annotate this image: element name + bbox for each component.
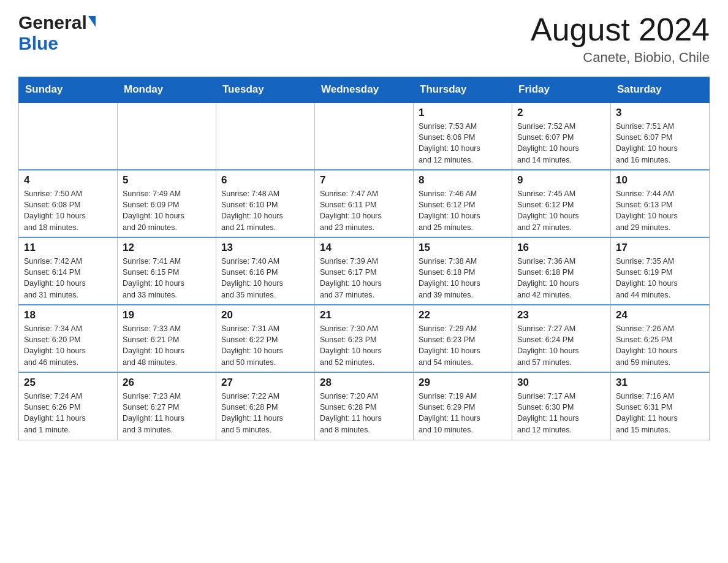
day-number: 6 <box>221 174 309 186</box>
day-number: 3 <box>616 107 704 119</box>
calendar-cell <box>19 102 118 170</box>
day-info: Sunrise: 7:39 AM Sunset: 6:17 PM Dayligh… <box>320 256 408 301</box>
calendar-cell: 14Sunrise: 7:39 AM Sunset: 6:17 PM Dayli… <box>315 237 414 305</box>
calendar-cell: 16Sunrise: 7:36 AM Sunset: 6:18 PM Dayli… <box>512 237 611 305</box>
day-info: Sunrise: 7:47 AM Sunset: 6:11 PM Dayligh… <box>320 188 408 233</box>
day-info: Sunrise: 7:22 AM Sunset: 6:28 PM Dayligh… <box>221 391 309 435</box>
day-number: 14 <box>320 242 408 254</box>
day-number: 25 <box>24 377 112 389</box>
weekday-header-row: SundayMondayTuesdayWednesdayThursdayFrid… <box>19 77 710 103</box>
day-info: Sunrise: 7:30 AM Sunset: 6:23 PM Dayligh… <box>320 323 408 368</box>
day-number: 8 <box>419 174 507 186</box>
calendar-cell: 13Sunrise: 7:40 AM Sunset: 6:16 PM Dayli… <box>216 237 315 305</box>
weekday-header-sunday: Sunday <box>19 77 118 103</box>
day-number: 15 <box>419 242 507 254</box>
calendar-title: August 2024 <box>531 12 710 47</box>
calendar-cell: 29Sunrise: 7:19 AM Sunset: 6:29 PM Dayli… <box>414 372 512 440</box>
day-number: 21 <box>320 309 408 321</box>
calendar-week-row: 4Sunrise: 7:50 AM Sunset: 6:08 PM Daylig… <box>19 170 710 237</box>
day-number: 7 <box>320 174 408 186</box>
calendar-cell: 7Sunrise: 7:47 AM Sunset: 6:11 PM Daylig… <box>315 170 414 237</box>
weekday-header-monday: Monday <box>118 77 216 103</box>
header: General Blue August 2024 Canete, Biobio,… <box>18 12 710 66</box>
calendar-cell: 26Sunrise: 7:23 AM Sunset: 6:27 PM Dayli… <box>118 372 216 440</box>
calendar-cell: 20Sunrise: 7:31 AM Sunset: 6:22 PM Dayli… <box>216 305 315 372</box>
day-number: 9 <box>517 174 605 186</box>
day-number: 13 <box>221 242 309 254</box>
calendar-cell <box>216 102 315 170</box>
day-info: Sunrise: 7:48 AM Sunset: 6:10 PM Dayligh… <box>221 188 309 233</box>
calendar-week-row: 18Sunrise: 7:34 AM Sunset: 6:20 PM Dayli… <box>19 305 710 372</box>
calendar-cell: 4Sunrise: 7:50 AM Sunset: 6:08 PM Daylig… <box>19 170 118 237</box>
day-number: 23 <box>517 309 605 321</box>
calendar-week-row: 1Sunrise: 7:53 AM Sunset: 6:06 PM Daylig… <box>19 102 710 170</box>
weekday-header-wednesday: Wednesday <box>315 77 414 103</box>
calendar-cell: 22Sunrise: 7:29 AM Sunset: 6:23 PM Dayli… <box>414 305 512 372</box>
calendar-week-row: 11Sunrise: 7:42 AM Sunset: 6:14 PM Dayli… <box>19 237 710 305</box>
day-info: Sunrise: 7:16 AM Sunset: 6:31 PM Dayligh… <box>616 391 704 435</box>
day-number: 24 <box>616 309 704 321</box>
calendar-cell: 10Sunrise: 7:44 AM Sunset: 6:13 PM Dayli… <box>611 170 710 237</box>
calendar-cell: 15Sunrise: 7:38 AM Sunset: 6:18 PM Dayli… <box>414 237 512 305</box>
calendar-cell: 24Sunrise: 7:26 AM Sunset: 6:25 PM Dayli… <box>611 305 710 372</box>
day-info: Sunrise: 7:24 AM Sunset: 6:26 PM Dayligh… <box>24 391 112 435</box>
calendar-cell: 17Sunrise: 7:35 AM Sunset: 6:19 PM Dayli… <box>611 237 710 305</box>
logo-blue-text: Blue <box>18 33 58 53</box>
day-number: 19 <box>123 309 211 321</box>
day-number: 22 <box>419 309 507 321</box>
day-info: Sunrise: 7:17 AM Sunset: 6:30 PM Dayligh… <box>517 391 605 435</box>
calendar-cell: 31Sunrise: 7:16 AM Sunset: 6:31 PM Dayli… <box>611 372 710 440</box>
calendar-cell: 3Sunrise: 7:51 AM Sunset: 6:07 PM Daylig… <box>611 102 710 170</box>
title-area: August 2024 Canete, Biobio, Chile <box>531 12 710 66</box>
calendar-cell: 25Sunrise: 7:24 AM Sunset: 6:26 PM Dayli… <box>19 372 118 440</box>
day-number: 5 <box>123 174 211 186</box>
day-info: Sunrise: 7:26 AM Sunset: 6:25 PM Dayligh… <box>616 323 704 368</box>
calendar-cell: 5Sunrise: 7:49 AM Sunset: 6:09 PM Daylig… <box>118 170 216 237</box>
calendar-cell: 12Sunrise: 7:41 AM Sunset: 6:15 PM Dayli… <box>118 237 216 305</box>
weekday-header-thursday: Thursday <box>414 77 512 103</box>
day-info: Sunrise: 7:36 AM Sunset: 6:18 PM Dayligh… <box>517 256 605 301</box>
calendar-week-row: 25Sunrise: 7:24 AM Sunset: 6:26 PM Dayli… <box>19 372 710 440</box>
day-info: Sunrise: 7:31 AM Sunset: 6:22 PM Dayligh… <box>221 323 309 368</box>
calendar-subtitle: Canete, Biobio, Chile <box>531 50 710 66</box>
day-number: 11 <box>24 242 112 254</box>
calendar-cell <box>315 102 414 170</box>
calendar-cell: 8Sunrise: 7:46 AM Sunset: 6:12 PM Daylig… <box>414 170 512 237</box>
calendar-cell: 11Sunrise: 7:42 AM Sunset: 6:14 PM Dayli… <box>19 237 118 305</box>
calendar-cell: 27Sunrise: 7:22 AM Sunset: 6:28 PM Dayli… <box>216 372 315 440</box>
calendar-cell: 19Sunrise: 7:33 AM Sunset: 6:21 PM Dayli… <box>118 305 216 372</box>
day-number: 1 <box>419 107 507 119</box>
day-info: Sunrise: 7:33 AM Sunset: 6:21 PM Dayligh… <box>123 323 211 368</box>
day-number: 18 <box>24 309 112 321</box>
day-number: 12 <box>123 242 211 254</box>
calendar-cell: 30Sunrise: 7:17 AM Sunset: 6:30 PM Dayli… <box>512 372 611 440</box>
day-number: 31 <box>616 377 704 389</box>
day-number: 17 <box>616 242 704 254</box>
calendar-cell: 21Sunrise: 7:30 AM Sunset: 6:23 PM Dayli… <box>315 305 414 372</box>
calendar-cell: 28Sunrise: 7:20 AM Sunset: 6:28 PM Dayli… <box>315 372 414 440</box>
weekday-header-saturday: Saturday <box>611 77 710 103</box>
logo: General Blue <box>18 12 96 54</box>
day-info: Sunrise: 7:34 AM Sunset: 6:20 PM Dayligh… <box>24 323 112 368</box>
day-info: Sunrise: 7:29 AM Sunset: 6:23 PM Dayligh… <box>419 323 507 368</box>
day-info: Sunrise: 7:51 AM Sunset: 6:07 PM Dayligh… <box>616 121 704 166</box>
logo-arrow-icon <box>88 16 96 27</box>
calendar-cell: 18Sunrise: 7:34 AM Sunset: 6:20 PM Dayli… <box>19 305 118 372</box>
calendar-cell: 2Sunrise: 7:52 AM Sunset: 6:07 PM Daylig… <box>512 102 611 170</box>
day-info: Sunrise: 7:50 AM Sunset: 6:08 PM Dayligh… <box>24 188 112 233</box>
weekday-header-tuesday: Tuesday <box>216 77 315 103</box>
day-number: 2 <box>517 107 605 119</box>
day-number: 26 <box>123 377 211 389</box>
day-number: 4 <box>24 174 112 186</box>
day-number: 28 <box>320 377 408 389</box>
day-number: 16 <box>517 242 605 254</box>
logo-general-text: General <box>18 12 87 33</box>
calendar-cell: 1Sunrise: 7:53 AM Sunset: 6:06 PM Daylig… <box>414 102 512 170</box>
day-info: Sunrise: 7:53 AM Sunset: 6:06 PM Dayligh… <box>419 121 507 166</box>
day-info: Sunrise: 7:40 AM Sunset: 6:16 PM Dayligh… <box>221 256 309 301</box>
calendar-table: SundayMondayTuesdayWednesdayThursdayFrid… <box>18 77 710 440</box>
day-info: Sunrise: 7:41 AM Sunset: 6:15 PM Dayligh… <box>123 256 211 301</box>
day-info: Sunrise: 7:35 AM Sunset: 6:19 PM Dayligh… <box>616 256 704 301</box>
calendar-cell: 23Sunrise: 7:27 AM Sunset: 6:24 PM Dayli… <box>512 305 611 372</box>
calendar-cell: 6Sunrise: 7:48 AM Sunset: 6:10 PM Daylig… <box>216 170 315 237</box>
